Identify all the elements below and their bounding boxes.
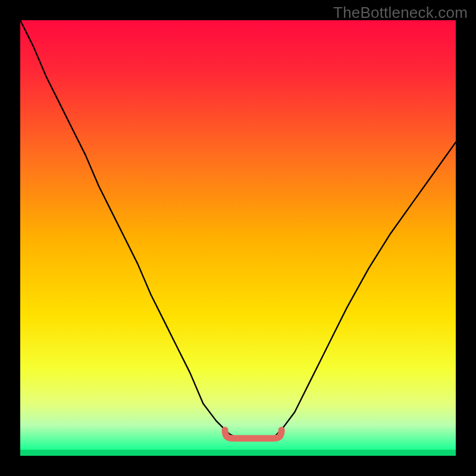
chart-frame: TheBottleneck.com <box>0 0 476 476</box>
bottleneck-chart <box>0 0 476 476</box>
gradient-background <box>20 20 456 456</box>
watermark-text: TheBottleneck.com <box>333 4 468 22</box>
bottom-band <box>20 450 456 456</box>
